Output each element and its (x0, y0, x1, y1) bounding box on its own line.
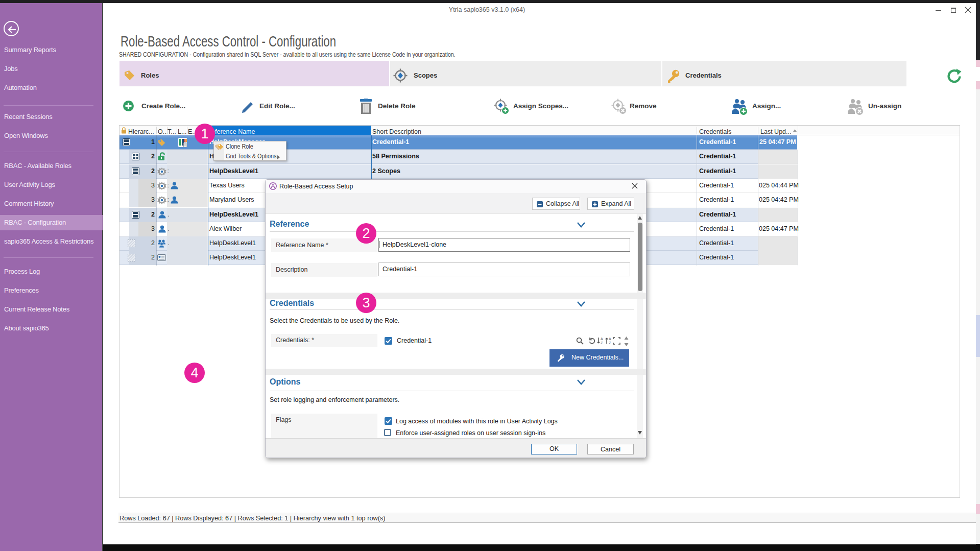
svg-text:Z: Z (601, 341, 603, 345)
svg-text:A: A (601, 337, 603, 341)
svg-text:A: A (609, 337, 611, 341)
svg-text:Z: Z (609, 341, 611, 345)
